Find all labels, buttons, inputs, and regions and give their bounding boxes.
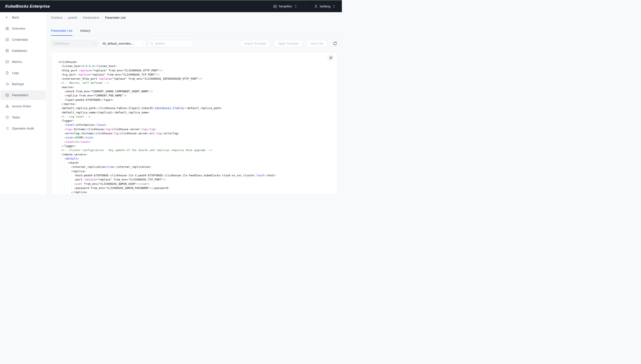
sidebar-item-overview[interactable]: Overview xyxy=(1,24,46,33)
tabs-divider xyxy=(51,36,337,36)
breadcrumb-current: Parameter List xyxy=(105,16,126,20)
gear-icon xyxy=(5,93,9,97)
breadcrumb-item[interactable]: pea54 xyxy=(69,16,77,20)
org-name: heng4fun xyxy=(279,4,292,8)
code-line: <password from_env="CLICKHOUSE_ADMIN_PAS… xyxy=(51,186,337,190)
sidebar-item-backups[interactable]: Backups xyxy=(1,79,46,89)
code-line: <listen_host>0.0.0.0</listen_host> xyxy=(51,64,337,68)
sidebar-item-databases[interactable]: Databases xyxy=(1,46,46,56)
tabs: Parameter ListHistory xyxy=(51,29,337,36)
list-icon xyxy=(5,126,9,130)
toolbar: ClickHouse 00_default_overrides.... Expo… xyxy=(51,40,337,47)
code-line: <remote_servers> xyxy=(51,152,337,156)
search-input[interactable] xyxy=(148,40,194,47)
sidebar-item-label: Credentials xyxy=(12,38,28,41)
user-icon xyxy=(314,4,318,8)
code-line: <logger> xyxy=(51,119,337,123)
code-line: <http_port replace="replace" from_env="C… xyxy=(51,68,337,72)
code-line: <level>information</level> xyxy=(51,123,337,127)
apply-template-button[interactable]: Apply Template xyxy=(274,40,303,47)
sidebar-item-label: Overview xyxy=(12,27,25,30)
code-line: <user from_env="CLICKHOUSE_ADMIN_USER"><… xyxy=(51,182,337,186)
component-select-value: ClickHouse xyxy=(54,42,69,45)
code-line: <replica> xyxy=(51,169,337,173)
code-editor[interactable]: <clickhouse> <listen_host>0.0.0.0</liste… xyxy=(51,52,337,194)
search-icon xyxy=(150,42,153,45)
chevron-down-icon xyxy=(141,42,144,45)
code-line: <macros> xyxy=(51,85,337,89)
code-line: <internal_replication>true</internal_rep… xyxy=(51,165,337,169)
code-line: </macros> xyxy=(51,102,337,106)
toolbar-buttons: Export TemplateApply TemplateSave File xyxy=(240,40,327,47)
tab-parameter-list[interactable]: Parameter List xyxy=(51,29,72,36)
code-line: <replica from_env="CURRENT_POD_NAME"/> xyxy=(51,94,337,98)
code-line: <size>1000M</size> xyxy=(51,136,337,140)
code-line: <shard from_env="CURRENT_SHARD_COMPONENT… xyxy=(51,89,337,94)
sidebar-back-button[interactable]: Back xyxy=(1,13,46,22)
code-line: <log>/bitnami/clickhouse/log/clickhouse-… xyxy=(51,127,337,131)
code-line: <port replace="replace" from_env="CLICKH… xyxy=(51,178,337,182)
sidebar-item-parameters[interactable]: Parameters xyxy=(1,90,46,100)
code-line: <clickhouse> xyxy=(51,60,337,64)
chart-icon xyxy=(5,60,9,64)
box-icon xyxy=(273,4,277,8)
copy-button[interactable] xyxy=(327,54,334,61)
refresh-button[interactable] xyxy=(333,41,337,46)
code-line: </logger> xyxy=(51,144,337,148)
chevron-updown-icon xyxy=(294,4,297,8)
code-line: <!-- Log Level --> xyxy=(51,114,337,119)
search-box xyxy=(148,40,194,47)
code-line: <errorlog>/bitnami/clickhouse/log/clickh… xyxy=(51,131,337,136)
breadcrumb: Clusters›pea54›Parameters›Parameter List xyxy=(51,16,337,20)
sidebar-item-label: Logs xyxy=(12,71,19,75)
sidebar-item-tasks[interactable]: Tasks xyxy=(1,112,46,122)
user-menu[interactable]: taofang xyxy=(314,4,335,8)
copy-icon xyxy=(329,56,332,60)
code-line: <default_replica_name>{replica}</default… xyxy=(51,110,337,114)
sidebar-item-metrics[interactable]: Metrics xyxy=(1,57,46,66)
code-line: </replica> xyxy=(51,190,337,194)
save-file-button[interactable]: Save File xyxy=(307,40,327,47)
template-file-select[interactable]: 00_default_overrides.... xyxy=(100,40,146,47)
code-line: <shard> xyxy=(51,161,337,165)
id-card-icon xyxy=(5,38,9,42)
code-line: <default_replica_path>/clickhouse/tables… xyxy=(51,106,337,110)
breadcrumb-item[interactable]: Parameters xyxy=(83,16,99,20)
code-line: <tcp_port replace="replace" from_env="CL… xyxy=(51,72,337,77)
topbar-right: heng4fun taofang xyxy=(273,4,335,8)
file-icon xyxy=(5,71,9,75)
sidebar-item-access-rules[interactable]: Access Rules xyxy=(1,102,46,111)
sidebar-item-label: Tasks xyxy=(12,116,20,119)
sitemap-icon xyxy=(5,104,9,108)
breadcrumb-separator-icon: › xyxy=(65,16,66,20)
sidebar-item-label: Parameters xyxy=(12,94,28,97)
sidebar-item-label: Backups xyxy=(12,82,24,86)
clock-icon xyxy=(5,116,9,119)
breadcrumb-item[interactable]: Clusters xyxy=(51,16,63,20)
topbar-divider xyxy=(305,4,306,8)
grid-icon xyxy=(5,26,9,30)
breadcrumb-separator-icon: › xyxy=(102,16,102,20)
cloud-upload-icon xyxy=(5,82,9,86)
database-icon xyxy=(5,49,9,53)
app-logo: KubeBlocks Enterprise xyxy=(5,4,50,9)
topbar: KubeBlocks Enterprise heng4fun taofang xyxy=(0,0,342,12)
code-line: <count>3</count> xyxy=(51,140,337,144)
sidebar-item-credentials[interactable]: Credentials xyxy=(1,35,46,44)
code-line: <!-- Macros, self defined --> xyxy=(51,81,337,85)
tab-history[interactable]: History xyxy=(80,29,91,36)
user-name: taofang xyxy=(320,4,330,8)
export-template-button[interactable]: Export Template xyxy=(240,40,270,47)
main-content: Clusters›pea54›Parameters›Parameter List… xyxy=(47,12,342,194)
code-line: <default> xyxy=(51,156,337,161)
sidebar-item-logs[interactable]: Logs xyxy=(1,68,46,78)
chevron-down-icon xyxy=(92,42,95,45)
arrow-left-icon xyxy=(5,16,9,20)
component-select[interactable]: ClickHouse xyxy=(51,40,97,47)
chevron-updown-icon xyxy=(332,4,335,8)
code-panel: <clickhouse> <listen_host>0.0.0.0</liste… xyxy=(51,52,337,194)
org-switcher[interactable]: heng4fun xyxy=(273,4,297,8)
sidebar-item-operation-audit[interactable]: Operation Audit xyxy=(1,124,46,133)
sidebar-item-label: Access Rules xyxy=(12,104,31,108)
sidebar-item-label: Operation Audit xyxy=(12,127,34,130)
